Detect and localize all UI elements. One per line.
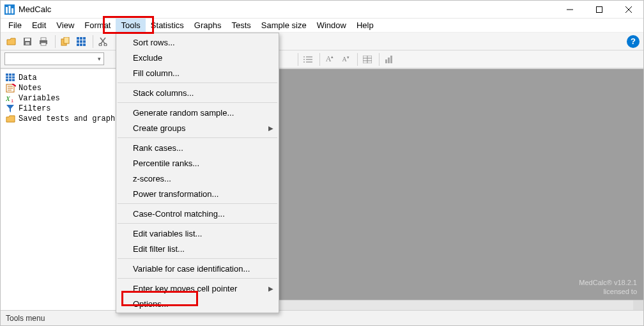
menu-item-label: Case-Control matching...	[133, 209, 225, 219]
menu-bar: FileEditViewFormatToolsStatisticsGraphsT…	[1, 19, 643, 33]
menu-item-label: Sort rows...	[133, 38, 175, 47]
menu-view[interactable]: View	[51, 19, 79, 32]
menu-item-exclude[interactable]: Exclude	[116, 50, 279, 65]
app-title: MedCalc	[19, 4, 51, 14]
menu-separator	[118, 223, 277, 224]
menu-item-label: Rank cases...	[133, 143, 183, 153]
svg-rect-15	[64, 37, 69, 43]
menu-item-rank-cases[interactable]: Rank cases...	[116, 140, 279, 155]
menu-item-variable-for-case-identification[interactable]: Variable for case identification...	[116, 261, 279, 276]
menu-item-generate-random-sample[interactable]: Generate random sample...	[116, 105, 279, 120]
menu-graphs[interactable]: Graphs	[189, 19, 227, 32]
svg-rect-37	[390, 56, 392, 63]
menu-item-case-control-matching[interactable]: Case-Control matching...	[116, 206, 279, 221]
svg-rect-3	[12, 8, 13, 13]
svg-rect-36	[388, 58, 390, 63]
svg-line-7	[625, 6, 632, 13]
toolbar-separator	[93, 35, 93, 48]
toolbar-separator	[298, 53, 298, 66]
menu-item-fill-column[interactable]: Fill column...	[116, 65, 279, 81]
menu-separator	[118, 203, 277, 204]
copy-button[interactable]	[58, 35, 72, 49]
menu-help[interactable]: Help	[351, 19, 379, 32]
menu-item-sort-rows[interactable]: Sort rows...	[116, 35, 279, 50]
menu-edit[interactable]: Edit	[27, 19, 51, 32]
chevron-down-icon: ▾	[98, 56, 101, 62]
svg-line-22	[101, 38, 105, 43]
list-button[interactable]	[301, 52, 315, 66]
menu-item-label: Generate random sample...	[133, 108, 234, 118]
menu-item-percentile-ranks[interactable]: Percentile ranks...	[116, 155, 279, 171]
tree-item-label: Notes	[19, 84, 42, 93]
table-button[interactable]	[360, 52, 374, 66]
menu-item-z-scores[interactable]: z-scores...	[116, 171, 279, 186]
chart-style-button[interactable]	[382, 52, 396, 66]
help-button[interactable]: ?	[627, 35, 640, 48]
menu-window[interactable]: Window	[312, 19, 351, 32]
grid-icon	[6, 74, 16, 82]
font-increase-button[interactable]: A▴	[323, 52, 337, 66]
svg-rect-9	[25, 38, 30, 41]
menu-item-label: Enter key moves cell pointer	[133, 284, 237, 293]
tree-item-label: Variables	[19, 94, 60, 103]
title-left: MedCalc	[1, 4, 51, 15]
folder-icon	[6, 114, 16, 123]
svg-point-23	[99, 43, 102, 46]
menu-item-edit-filter-list[interactable]: Edit filter list...	[116, 241, 279, 256]
menu-item-label: Stack columns...	[133, 88, 194, 98]
svg-text:i: i	[11, 98, 13, 103]
menu-item-label: Edit variables list...	[133, 229, 202, 238]
svg-rect-5	[597, 6, 602, 12]
font-decrease-button[interactable]: A▾	[339, 52, 353, 66]
menu-item-stack-columns[interactable]: Stack columns...	[116, 85, 279, 100]
menu-item-label: z-scores...	[133, 174, 171, 183]
open-button[interactable]	[4, 35, 19, 49]
print-button[interactable]	[36, 35, 50, 49]
tree-item-label: Saved tests and graphs	[19, 114, 119, 123]
save-button[interactable]	[20, 35, 34, 49]
menu-item-edit-variables-list[interactable]: Edit variables list...	[116, 226, 279, 241]
menu-sample-size[interactable]: Sample size	[256, 19, 312, 32]
svg-line-6	[625, 6, 632, 13]
svg-rect-2	[9, 6, 11, 13]
svg-line-21	[100, 38, 105, 43]
tree-item-label: Data	[19, 74, 37, 82]
xvar-icon: Xi	[6, 94, 16, 103]
chevron-right-icon: ▶	[268, 125, 273, 132]
toolbar-separator	[357, 53, 358, 66]
menu-item-label: Edit filter list...	[133, 244, 185, 254]
menu-item-label: Options...	[133, 299, 169, 309]
funnel-icon	[6, 104, 16, 113]
toolbar-separator	[319, 53, 320, 66]
menu-tests[interactable]: Tests	[227, 19, 256, 32]
minimize-button[interactable]	[555, 1, 585, 19]
svg-point-24	[104, 43, 107, 46]
menu-file[interactable]: File	[3, 19, 27, 32]
menu-tools[interactable]: Tools	[116, 19, 145, 32]
app-icon	[4, 4, 15, 15]
svg-text:X: X	[6, 95, 11, 102]
menu-item-enter-key-moves-cell-pointer[interactable]: Enter key moves cell pointer▶	[116, 281, 279, 296]
window-controls	[555, 1, 643, 19]
menu-statistics[interactable]: Statistics	[146, 19, 189, 32]
svg-rect-16	[77, 37, 86, 46]
svg-rect-13	[41, 43, 46, 45]
grid-button[interactable]	[74, 35, 88, 49]
status-text: Tools menu	[6, 314, 45, 323]
menu-format[interactable]: Format	[79, 19, 116, 32]
name-combo[interactable]: ▾	[4, 52, 104, 65]
menu-separator	[118, 137, 277, 138]
toolbar-separator	[379, 53, 379, 66]
menu-item-label: Variable for case identification...	[133, 264, 250, 274]
menu-item-power-transformation[interactable]: Power transformation...	[116, 186, 279, 201]
svg-rect-10	[26, 42, 29, 45]
chevron-right-icon: ▶	[268, 285, 273, 292]
maximize-button[interactable]	[585, 1, 614, 19]
primary-toolbar: ?	[1, 33, 643, 50]
tools-dropdown: Sort rows...ExcludeFill column...Stack c…	[116, 33, 279, 313]
menu-item-options[interactable]: Options...	[116, 296, 279, 311]
cut-button[interactable]	[96, 35, 110, 49]
menu-item-create-groups[interactable]: Create groups▶	[116, 120, 279, 136]
help-icon: ?	[631, 36, 636, 46]
close-button[interactable]	[614, 1, 643, 19]
